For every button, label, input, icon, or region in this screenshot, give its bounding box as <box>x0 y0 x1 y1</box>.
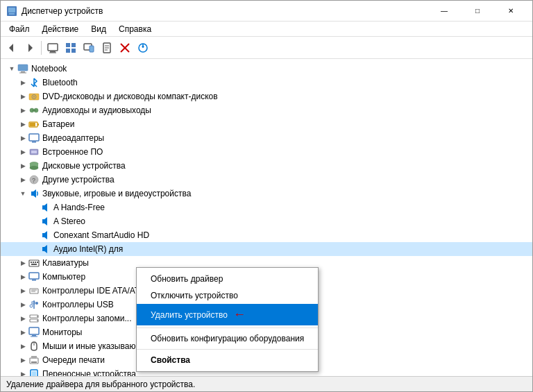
battery-icon <box>28 119 40 130</box>
toolbar-back[interactable] <box>3 40 20 56</box>
context-remove-device[interactable]: Удалить устройство ← <box>137 304 318 325</box>
toolbar-delete[interactable] <box>117 40 133 56</box>
svg-rect-69 <box>31 361 37 363</box>
display-icon <box>28 133 40 144</box>
toolbar-doc[interactable] <box>99 40 115 56</box>
svg-rect-68 <box>31 356 37 359</box>
mouse-expander[interactable]: ▶ <box>17 341 28 352</box>
tree-conexant[interactable]: ▶ Conexant SmartAudio HD <box>1 228 532 242</box>
toolbar-sep-1 <box>41 41 42 55</box>
tree-dvd[interactable]: ▶ DVD-дисководы и дисководы компакт-диск… <box>1 90 532 103</box>
tree-bluetooth[interactable]: ▶ Bluetooth <box>1 76 532 90</box>
sound-label: Звуковые, игровые и видеоустройства <box>42 189 191 198</box>
portable-label: Переносные устройства <box>42 369 136 376</box>
conexant-label: Conexant SmartAudio HD <box>53 230 149 240</box>
firmware-icon <box>28 146 40 157</box>
disk-icon <box>28 160 40 171</box>
svg-rect-11 <box>71 49 76 53</box>
storage-expander[interactable]: ▶ <box>17 313 28 324</box>
mouse-icon <box>28 341 40 352</box>
menu-bar: Файл Действие Вид Справка <box>1 22 532 37</box>
menu-view[interactable]: Вид <box>85 23 112 35</box>
disk-expander[interactable]: ▶ <box>17 160 28 171</box>
usb-expander[interactable]: ▶ <box>17 299 28 310</box>
conexant-icon <box>40 230 51 241</box>
portable-icon <box>28 368 40 376</box>
toolbar-computer[interactable] <box>44 40 61 56</box>
audio-io-icon <box>28 105 40 116</box>
status-bar: Удаление драйвера для выбранного устройс… <box>1 376 532 391</box>
toolbar-screen[interactable] <box>81 40 97 56</box>
display-expander[interactable]: ▶ <box>17 133 28 144</box>
svg-rect-2 <box>9 13 15 15</box>
dvd-expander[interactable]: ▶ <box>17 91 28 102</box>
audio-io-label: Аудиовходы и аудиовыходы <box>42 105 151 115</box>
tree-battery[interactable]: ▶ Батареи <box>1 117 532 131</box>
svg-rect-23 <box>18 65 28 71</box>
close-button[interactable]: ✕ <box>495 1 527 22</box>
toolbar-forward[interactable] <box>22 40 38 56</box>
svg-point-62 <box>37 320 38 321</box>
tree-root[interactable]: ▼ Notebook <box>1 62 532 76</box>
toolbar-list[interactable] <box>62 40 79 56</box>
tree-stereo[interactable]: ▶ A Stereo <box>1 214 532 228</box>
ide-expander[interactable]: ▶ <box>17 285 28 296</box>
print-icon <box>28 355 40 366</box>
svg-point-57 <box>35 302 38 305</box>
menu-help[interactable]: Справка <box>113 23 157 35</box>
minimize-button[interactable]: — <box>428 1 460 22</box>
tree-other[interactable]: ▶ ? Другие устройства <box>1 173 532 187</box>
other-label: Другие устройства <box>42 175 115 185</box>
tree-hands-free[interactable]: ▶ A Hands-Free <box>1 201 532 214</box>
computer-expander[interactable]: ▶ <box>17 271 28 282</box>
status-text: Удаление драйвера для выбранного устройс… <box>6 380 195 389</box>
dvd-icon <box>28 91 40 102</box>
device-manager-window: Диспетчер устройств — □ ✕ Файл Действие … <box>0 0 533 392</box>
maximize-button[interactable]: □ <box>462 1 493 22</box>
context-update-driver[interactable]: Обновить драйвер <box>137 271 318 287</box>
other-icon: ? <box>28 174 40 185</box>
tree-display[interactable]: ▶ Видеоадаптеры <box>1 131 532 145</box>
svg-point-28 <box>33 96 35 98</box>
title-bar-buttons: — □ ✕ <box>428 1 527 22</box>
battery-expander[interactable]: ▶ <box>17 119 28 130</box>
svg-rect-6 <box>50 51 56 53</box>
device-tree[interactable]: ▼ Notebook ▶ <box>1 59 532 376</box>
context-update-hw[interactable]: Обновить конфигурацию оборудования <box>137 330 318 347</box>
context-disable-device[interactable]: Отключить устройство <box>137 287 318 304</box>
monitor-expander[interactable]: ▶ <box>17 327 28 338</box>
menu-action[interactable]: Действие <box>37 23 85 35</box>
tree-sound[interactable]: ▼ Звуковые, игровые и видеоустройства <box>1 187 532 201</box>
tree-firmware[interactable]: ▶ Встроенное ПО <box>1 145 532 159</box>
other-expander[interactable]: ▶ <box>17 174 28 185</box>
stereo-icon <box>40 216 51 227</box>
toolbar-scan[interactable] <box>135 40 151 56</box>
disk-label: Дисковые устройства <box>42 161 126 171</box>
monitor-icon <box>28 327 40 338</box>
portable-expander[interactable]: ▶ <box>17 368 28 376</box>
svg-rect-1 <box>8 8 15 12</box>
tree-intel-audio[interactable]: ▶ Аудио Intel(R) для <box>1 242 532 256</box>
svg-rect-35 <box>29 134 39 141</box>
tree-disk[interactable]: ▶ Дисковые устройства <box>1 159 532 173</box>
hands-free-label: A Hands-Free <box>53 203 105 212</box>
svg-point-41 <box>30 167 38 170</box>
firmware-expander[interactable]: ▶ <box>17 146 28 157</box>
computer-icon <box>17 63 28 74</box>
menu-file[interactable]: Файл <box>3 23 35 35</box>
root-expander[interactable]: ▼ <box>6 63 17 74</box>
tree-audio-io[interactable]: ▶ Аудиовходы и аудиовыходы <box>1 103 532 117</box>
svg-point-61 <box>37 316 38 317</box>
context-menu: Обновить драйвер Отключить устройство Уд… <box>136 267 319 372</box>
audio-io-expander[interactable]: ▶ <box>17 105 28 116</box>
svg-rect-9 <box>71 43 76 47</box>
bluetooth-expander[interactable]: ▶ <box>17 77 28 88</box>
context-properties[interactable]: Свойства <box>137 352 318 368</box>
bluetooth-label: Bluetooth <box>42 78 78 87</box>
keyboard-expander[interactable]: ▶ <box>17 257 28 269</box>
sound-expander[interactable]: ▼ <box>17 188 28 199</box>
print-expander[interactable]: ▶ <box>17 355 28 366</box>
svg-rect-25 <box>19 73 26 74</box>
svg-rect-36 <box>32 142 36 143</box>
usb-label: Контроллеры USB <box>42 300 114 309</box>
